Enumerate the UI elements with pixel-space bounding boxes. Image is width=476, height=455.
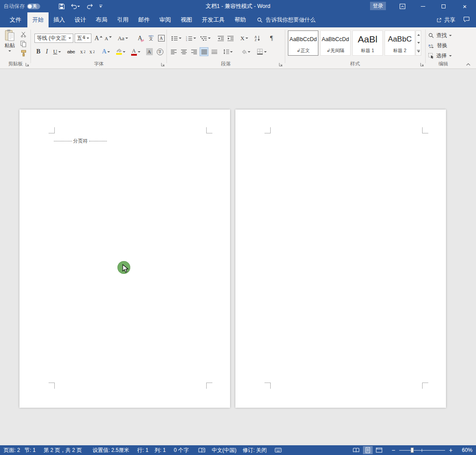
- tab-references[interactable]: 引用: [112, 12, 133, 27]
- bullets-button[interactable]: [170, 34, 182, 43]
- status-section[interactable]: 节: 1: [24, 447, 35, 454]
- copy-button[interactable]: [19, 40, 27, 47]
- font-size-combobox[interactable]: 五号: [75, 34, 91, 43]
- font-color-button[interactable]: A: [129, 47, 142, 56]
- web-layout-button[interactable]: [374, 446, 384, 454]
- character-shading-button[interactable]: A: [145, 47, 154, 56]
- format-painter-button[interactable]: [19, 49, 27, 57]
- shading-button[interactable]: [239, 47, 252, 56]
- styles-scroll-up-button[interactable]: [416, 31, 421, 39]
- zoom-percentage[interactable]: 60%: [457, 447, 472, 453]
- styles-dialog-launcher[interactable]: [419, 62, 424, 67]
- minimize-button[interactable]: [413, 0, 433, 12]
- tab-design[interactable]: 设计: [70, 12, 91, 27]
- tell-me-search[interactable]: 告诉我你想要做什么: [257, 12, 316, 27]
- clear-formatting-button[interactable]: A: [135, 34, 145, 43]
- shrink-font-button[interactable]: A: [104, 34, 113, 43]
- borders-button[interactable]: [255, 47, 268, 56]
- proofing-status-button[interactable]: [198, 447, 205, 453]
- ime-status-button[interactable]: [275, 447, 282, 453]
- font-name-combobox[interactable]: 等线 (中文正: [34, 34, 73, 43]
- paragraph-dialog-launcher[interactable]: [278, 62, 283, 67]
- numbering-button[interactable]: 123: [185, 34, 197, 43]
- page-2[interactable]: [235, 110, 446, 408]
- status-word-count[interactable]: 0 个字: [174, 447, 189, 454]
- find-button[interactable]: 查找: [428, 31, 452, 40]
- tab-insert[interactable]: 插入: [49, 12, 70, 27]
- align-left-button[interactable]: [169, 47, 178, 56]
- close-button[interactable]: ×: [453, 0, 476, 12]
- select-button[interactable]: 选择: [428, 51, 452, 60]
- status-column-number[interactable]: 列: 1: [155, 447, 166, 454]
- highlight-color-button[interactable]: [114, 47, 127, 56]
- document-canvas[interactable]: 分页符: [0, 69, 476, 445]
- tab-mailings[interactable]: 邮件: [133, 12, 155, 27]
- underline-button[interactable]: U: [51, 47, 63, 56]
- justify-button[interactable]: [200, 47, 208, 56]
- comments-button[interactable]: [463, 16, 470, 24]
- tab-developer[interactable]: 开发工具: [197, 12, 230, 27]
- read-mode-button[interactable]: [351, 446, 361, 454]
- status-language[interactable]: 中文(中国): [212, 447, 236, 454]
- autosave-toggle[interactable]: 自动保存 关: [4, 0, 40, 12]
- tab-file[interactable]: 文件: [4, 12, 27, 27]
- ribbon-display-options-button[interactable]: [397, 0, 408, 12]
- sort-button[interactable]: A Z: [253, 34, 262, 43]
- subscript-button[interactable]: x2: [79, 47, 87, 56]
- zoom-in-button[interactable]: +: [448, 447, 454, 454]
- show-hide-marks-button[interactable]: ¶: [267, 34, 276, 43]
- replace-button[interactable]: ab 替换: [428, 41, 447, 50]
- italic-button[interactable]: I: [43, 47, 50, 56]
- change-case-button[interactable]: Aa: [116, 34, 130, 43]
- distribute-button[interactable]: [210, 47, 219, 56]
- maximize-button[interactable]: [433, 0, 453, 12]
- save-button[interactable]: [56, 0, 67, 12]
- strikethrough-button[interactable]: abc: [65, 47, 77, 56]
- decrease-indent-button[interactable]: [216, 34, 225, 43]
- sign-in-button[interactable]: 登录: [370, 2, 386, 10]
- multilevel-list-button[interactable]: [200, 34, 212, 43]
- asian-layout-button[interactable]: X: [238, 34, 250, 43]
- share-button[interactable]: 共享: [436, 16, 455, 24]
- page-1[interactable]: 分页符: [19, 110, 230, 408]
- tab-view[interactable]: 视图: [176, 12, 197, 27]
- status-line-number[interactable]: 行: 1: [137, 447, 148, 454]
- line-spacing-button[interactable]: [222, 47, 234, 56]
- tab-help[interactable]: 帮助: [230, 12, 251, 27]
- increase-indent-button[interactable]: [226, 34, 235, 43]
- grow-font-button[interactable]: A: [94, 34, 103, 43]
- tab-review[interactable]: 审阅: [155, 12, 176, 27]
- status-page-count[interactable]: 第 2 页，共 2 页: [44, 447, 82, 454]
- bold-button[interactable]: B: [34, 47, 42, 56]
- style-heading-1[interactable]: AaBl 标题 1: [352, 30, 383, 56]
- character-border-button[interactable]: A: [157, 34, 166, 43]
- phonetic-guide-button[interactable]: wén 文: [146, 33, 156, 43]
- undo-button[interactable]: [68, 0, 82, 12]
- collapse-ribbon-button[interactable]: [465, 62, 472, 67]
- styles-scroll-down-button[interactable]: [416, 39, 421, 47]
- cut-button[interactable]: [19, 31, 27, 38]
- print-layout-button[interactable]: [363, 446, 373, 454]
- redo-button[interactable]: [84, 0, 95, 12]
- zoom-slider-thumb[interactable]: [411, 447, 414, 453]
- enclose-characters-button[interactable]: 字: [155, 47, 164, 56]
- styles-gallery-more-button[interactable]: [416, 47, 421, 55]
- paste-button[interactable]: 粘贴: [2, 29, 17, 61]
- zoom-out-button[interactable]: −: [390, 447, 397, 454]
- status-track-changes[interactable]: 修订: 关闭: [242, 447, 267, 454]
- superscript-button[interactable]: x2: [88, 47, 96, 56]
- font-dialog-launcher[interactable]: [160, 62, 165, 67]
- quick-access-customize-button[interactable]: [96, 0, 105, 12]
- tab-home[interactable]: 开始: [27, 12, 49, 27]
- text-effects-button[interactable]: A: [100, 47, 112, 56]
- style-heading-2[interactable]: AaBbC 标题 2: [385, 30, 415, 56]
- status-page-number[interactable]: 页面: 2: [4, 447, 20, 454]
- zoom-slider[interactable]: [399, 447, 445, 453]
- tab-layout[interactable]: 布局: [91, 12, 112, 27]
- clipboard-dialog-launcher[interactable]: [25, 62, 30, 67]
- style-normal[interactable]: AaBbCcDd ↲正文: [288, 30, 318, 56]
- style-no-spacing[interactable]: AaBbCcDd ↲无间隔: [320, 30, 351, 56]
- align-right-button[interactable]: [189, 47, 198, 56]
- align-center-button[interactable]: [179, 47, 188, 56]
- status-setting-value[interactable]: 设置值: 2.5厘米: [92, 447, 129, 454]
